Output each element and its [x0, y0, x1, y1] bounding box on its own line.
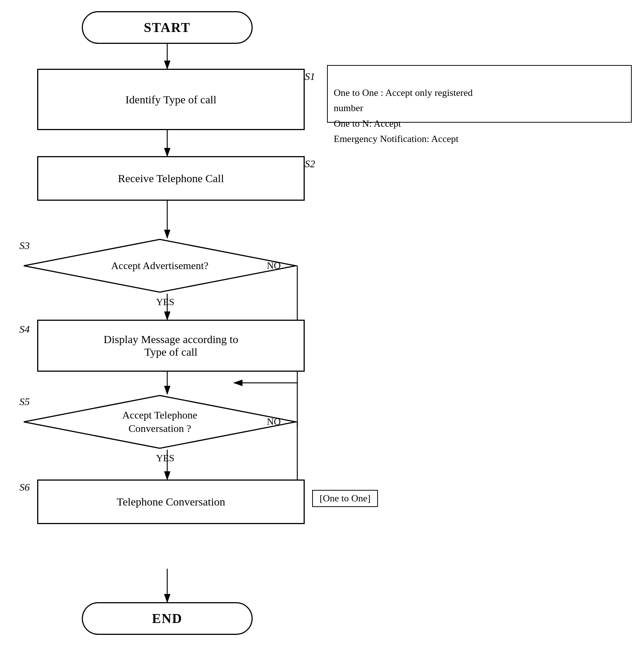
s2-process: Receive Telephone Call [37, 156, 305, 201]
s2-label: Receive Telephone Call [118, 172, 224, 185]
s4-label: Display Message according to Type of cal… [104, 333, 238, 358]
end-label: END [152, 611, 182, 626]
s1-annotation-text: One to One : Accept only registered numb… [334, 87, 473, 145]
s5-step-label: S5 [19, 396, 30, 408]
s3-yes-label: YES [156, 297, 174, 308]
start-label: START [144, 20, 191, 35]
s6-annotation-text: [One to One] [320, 493, 370, 504]
s6-step-label: S6 [19, 481, 30, 493]
s6-annotation: [One to One] [312, 490, 378, 507]
s6-process: Telephone Conversation [37, 479, 305, 524]
end-terminal: END [82, 602, 253, 635]
flowchart-container: START Identify Type of call S1 One to On… [0, 0, 644, 662]
s4-process: Display Message according to Type of cal… [37, 320, 305, 372]
s5-diamond: Accept Telephone Conversation ? [22, 394, 297, 450]
s1-step-label: S1 [305, 71, 315, 83]
s4-step-label: S4 [19, 323, 30, 335]
s1-label: Identify Type of call [126, 93, 217, 106]
s3-diamond: Accept Advertisement? [22, 238, 297, 294]
s5-yes-label: YES [156, 453, 174, 464]
s5-no-label: NO [267, 416, 281, 427]
s3-no-label: NO [267, 260, 281, 271]
s3-step-label: S3 [19, 240, 30, 252]
s6-label: Telephone Conversation [117, 495, 225, 508]
s3-diamond-label: Accept Advertisement? [111, 259, 208, 272]
s1-process: Identify Type of call [37, 69, 305, 130]
s5-diamond-label: Accept Telephone Conversation ? [122, 408, 197, 436]
start-terminal: START [82, 11, 253, 44]
s1-annotation: One to One : Accept only registered numb… [327, 65, 632, 123]
s2-step-label: S2 [305, 158, 315, 170]
